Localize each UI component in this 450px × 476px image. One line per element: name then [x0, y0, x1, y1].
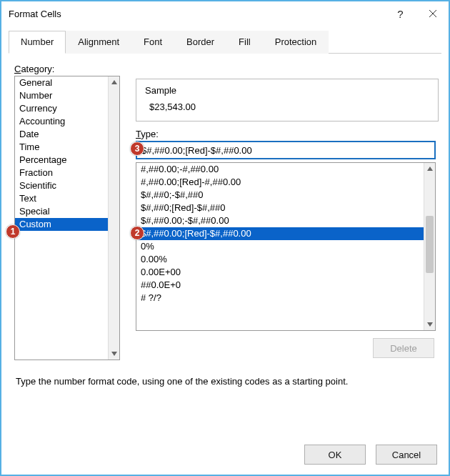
category-item[interactable]: Custom [15, 218, 108, 231]
sample-value: $23,543.00 [145, 101, 429, 112]
type-item[interactable]: $#,##0.00;[Red]-$#,##0.00 [136, 227, 424, 240]
tab-alignment[interactable]: Alignment [66, 31, 131, 54]
format-cells-dialog: Format Cells ? Number Alignment Font Bor… [0, 0, 450, 476]
category-item[interactable]: Fraction [15, 167, 108, 179]
sample-label: Sample [145, 85, 429, 96]
type-listbox[interactable]: #,##0.00;-#,##0.00#,##0.00;[Red]-#,##0.0… [136, 162, 436, 331]
scroll-up-icon[interactable] [424, 163, 435, 174]
tab-fill[interactable]: Fill [226, 31, 263, 54]
category-item[interactable]: Accounting [15, 115, 108, 128]
type-item[interactable]: $#,##0.00;-$#,##0.00 [136, 214, 424, 227]
category-item[interactable]: Number [15, 89, 108, 102]
svg-marker-3 [111, 352, 117, 356]
category-item[interactable]: General [15, 76, 108, 89]
type-item[interactable]: ##0.0E+0 [136, 279, 424, 292]
type-label: Type: [136, 129, 439, 139]
delete-button: Delete [373, 338, 434, 358]
help-button[interactable]: ? [384, 1, 416, 26]
close-icon [429, 9, 437, 18]
category-item[interactable]: Scientific [15, 179, 108, 192]
category-item[interactable]: Date [15, 128, 108, 141]
tab-bar: Number Alignment Font Border Fill Protec… [9, 30, 441, 54]
type-input[interactable] [136, 141, 436, 159]
tab-protection[interactable]: Protection [263, 31, 329, 54]
tab-border[interactable]: Border [174, 31, 226, 54]
svg-marker-4 [427, 167, 433, 171]
window-title: Format Cells [9, 9, 61, 19]
category-item[interactable]: Time [15, 141, 108, 154]
type-item[interactable]: 0% [136, 240, 424, 253]
scroll-up-icon[interactable] [109, 76, 119, 88]
tab-number[interactable]: Number [9, 31, 66, 54]
scroll-down-icon[interactable] [424, 319, 435, 330]
type-scrollbar[interactable] [424, 163, 435, 330]
titlebar: Format Cells ? [1, 1, 449, 26]
type-item[interactable]: #,##0.00;[Red]-#,##0.00 [136, 176, 424, 189]
type-item[interactable]: $#,##0;-$#,##0 [136, 189, 424, 202]
category-listbox[interactable]: GeneralNumberCurrencyAccountingDateTimeP… [14, 76, 120, 360]
type-item[interactable]: $#,##0;[Red]-$#,##0 [136, 202, 424, 214]
type-item[interactable]: 0.00E+00 [136, 266, 424, 279]
hint-text: Type the number format code, using one o… [16, 376, 437, 387]
scroll-thumb[interactable] [426, 216, 434, 273]
dialog-footer: OK Cancel [304, 445, 437, 465]
tab-font[interactable]: Font [131, 31, 174, 54]
close-button[interactable] [416, 1, 449, 26]
callout-3: 3 [130, 142, 144, 156]
type-item[interactable]: # ?/? [136, 292, 424, 304]
category-item[interactable]: Currency [15, 102, 108, 115]
ok-button[interactable]: OK [304, 445, 366, 465]
category-item[interactable]: Special [15, 205, 108, 218]
cancel-button[interactable]: Cancel [376, 445, 437, 465]
sample-group: Sample $23,543.00 [136, 79, 439, 122]
category-label: Category: [14, 64, 439, 74]
category-item[interactable]: Text [15, 192, 108, 205]
svg-marker-2 [111, 80, 117, 84]
type-item[interactable]: #,##0.00;-#,##0.00 [136, 163, 424, 176]
category-item[interactable]: Percentage [15, 154, 108, 167]
scroll-down-icon[interactable] [109, 348, 119, 360]
callout-1: 1 [6, 224, 20, 239]
type-item[interactable]: 0.00% [136, 253, 424, 266]
category-scrollbar[interactable] [108, 76, 119, 360]
svg-marker-5 [427, 322, 433, 327]
callout-2: 2 [130, 226, 144, 240]
